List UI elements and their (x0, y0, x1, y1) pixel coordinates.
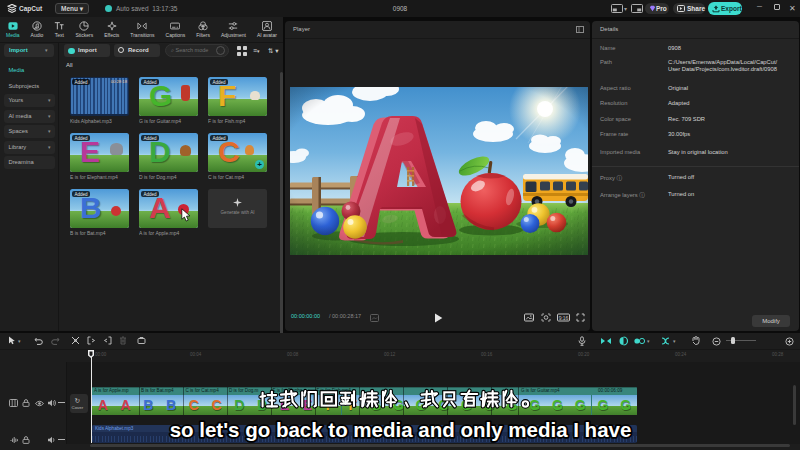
svg-text:9:16: 9:16 (559, 315, 569, 321)
